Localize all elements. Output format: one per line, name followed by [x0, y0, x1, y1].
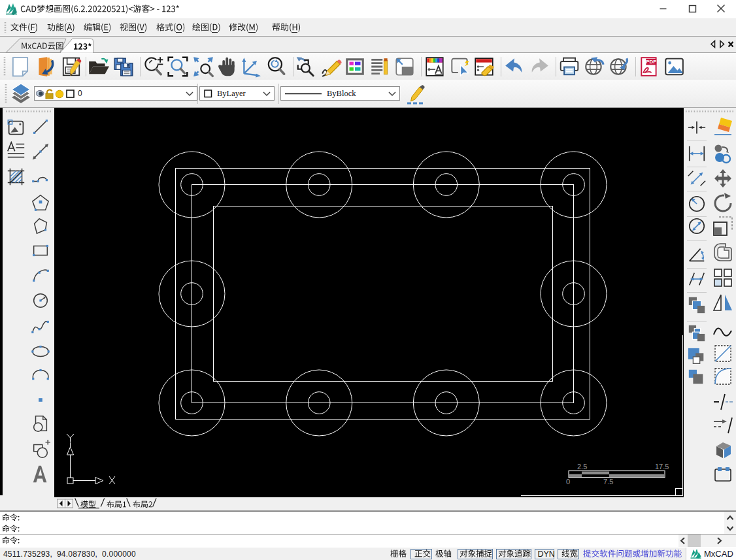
svg-text:2.5: 2.5	[577, 463, 587, 470]
svg-text:0: 0	[566, 478, 570, 486]
svg-text:PDF: PDF	[646, 59, 656, 65]
svg-text:7.5: 7.5	[603, 478, 613, 486]
svg-text:17.5: 17.5	[655, 463, 669, 470]
